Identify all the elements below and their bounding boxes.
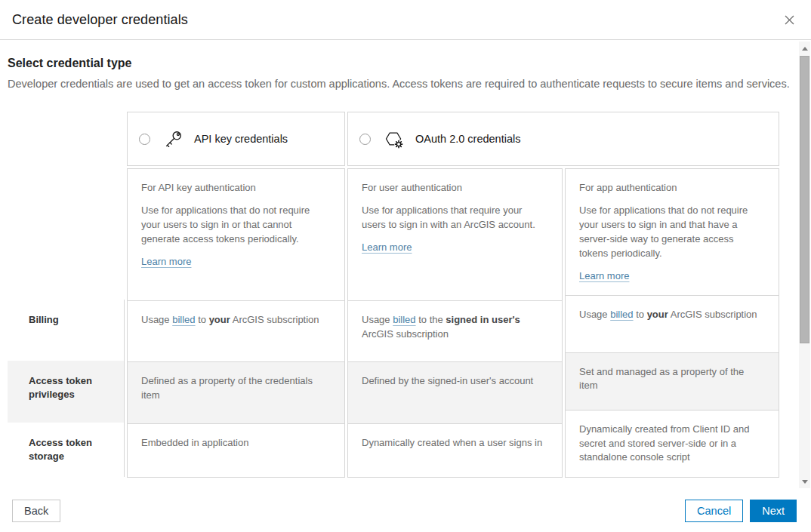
row-label-column: Billing Access token privileges Access t… bbox=[8, 168, 125, 478]
intro-title: For user authentication bbox=[362, 181, 548, 195]
storage-cell: Embedded in application bbox=[128, 423, 344, 477]
row-label-access-token-privileges: Access token privileges bbox=[8, 361, 125, 423]
comparison-table: Billing Access token privileges Access t… bbox=[8, 168, 791, 478]
dialog-content: Select credential type Developer credent… bbox=[0, 57, 811, 478]
intro-cell-user-auth: For user authentication Use for applicat… bbox=[348, 169, 562, 300]
close-icon bbox=[785, 15, 794, 25]
column-oauth-app: For app authentication Use for applicati… bbox=[565, 168, 779, 478]
storage-cell: Dynamically created from Client ID and s… bbox=[566, 410, 779, 478]
vertical-scrollbar[interactable] bbox=[799, 42, 810, 488]
billed-link[interactable]: billed bbox=[393, 314, 415, 325]
privileges-cell: Defined by the signed-in user's account bbox=[348, 361, 562, 423]
intro-cell-app-auth: For app authentication Use for applicati… bbox=[566, 169, 779, 295]
triangle-down-icon bbox=[802, 480, 808, 484]
dialog-header: Create developer credentials bbox=[0, 0, 811, 40]
scrollbar-thumb[interactable] bbox=[800, 56, 809, 343]
column-oauth-user: For user authentication Use for applicat… bbox=[347, 168, 563, 478]
privileges-cell: Defined as a property of the credentials… bbox=[128, 361, 344, 423]
dialog-footer: Back Cancel Next bbox=[0, 489, 811, 532]
cancel-button[interactable]: Cancel bbox=[685, 500, 743, 522]
intro-body: Use for applications that require your u… bbox=[362, 204, 548, 232]
option-label: API key credentials bbox=[194, 133, 288, 145]
learn-more-link[interactable]: Learn more bbox=[141, 256, 191, 267]
create-developer-credentials-dialog: Create developer credentials Select cred… bbox=[0, 0, 811, 532]
option-api-key-credentials[interactable]: API key credentials bbox=[127, 112, 345, 166]
billing-cell: Usage billed to your ArcGIS subscription bbox=[566, 295, 779, 352]
intro-body: Use for applications that do not require… bbox=[579, 204, 765, 260]
section-description: Developer credentials are used to get an… bbox=[8, 76, 791, 91]
credential-type-header-row: API key credentials bbox=[127, 112, 791, 166]
radio-oauth[interactable] bbox=[359, 134, 371, 145]
dialog-body: Select credential type Developer credent… bbox=[0, 40, 811, 489]
back-button[interactable]: Back bbox=[12, 500, 60, 522]
section-heading: Select credential type bbox=[8, 57, 791, 70]
intro-title: For app authentication bbox=[579, 181, 765, 195]
option-label: OAuth 2.0 credentials bbox=[415, 133, 520, 145]
scroll-up-button[interactable] bbox=[799, 43, 810, 54]
billing-cell: Usage billed to the signed in user's Arc… bbox=[348, 300, 562, 361]
dialog-title: Create developer credentials bbox=[12, 12, 188, 28]
learn-more-link[interactable]: Learn more bbox=[362, 241, 412, 253]
gutter-spacer bbox=[8, 168, 125, 300]
triangle-up-icon bbox=[802, 47, 808, 51]
billed-link[interactable]: billed bbox=[610, 309, 633, 320]
option-oauth-credentials[interactable]: OAuth 2.0 credentials bbox=[347, 112, 779, 166]
hexagon-gear-icon bbox=[384, 128, 405, 149]
radio-api-key[interactable] bbox=[139, 134, 150, 145]
billed-link[interactable]: billed bbox=[172, 314, 195, 325]
column-api-key: For API key authentication Use for appli… bbox=[127, 168, 345, 478]
close-button[interactable] bbox=[780, 11, 799, 29]
scroll-down-button[interactable] bbox=[799, 476, 810, 487]
intro-title: For API key authentication bbox=[141, 181, 331, 195]
billing-cell: Usage billed to your ArcGIS subscription bbox=[128, 300, 344, 361]
row-label-billing: Billing bbox=[8, 300, 125, 361]
intro-cell-api-key: For API key authentication Use for appli… bbox=[128, 169, 344, 300]
learn-more-link[interactable]: Learn more bbox=[579, 270, 629, 281]
storage-cell: Dynamically created when a user signs in bbox=[348, 423, 562, 477]
next-button[interactable]: Next bbox=[750, 500, 797, 522]
intro-body: Use for applications that do not require… bbox=[141, 204, 331, 247]
row-label-access-token-storage: Access token storage bbox=[8, 423, 125, 477]
privileges-cell: Set and managed as a property of the ite… bbox=[566, 352, 779, 410]
key-icon bbox=[163, 129, 183, 149]
